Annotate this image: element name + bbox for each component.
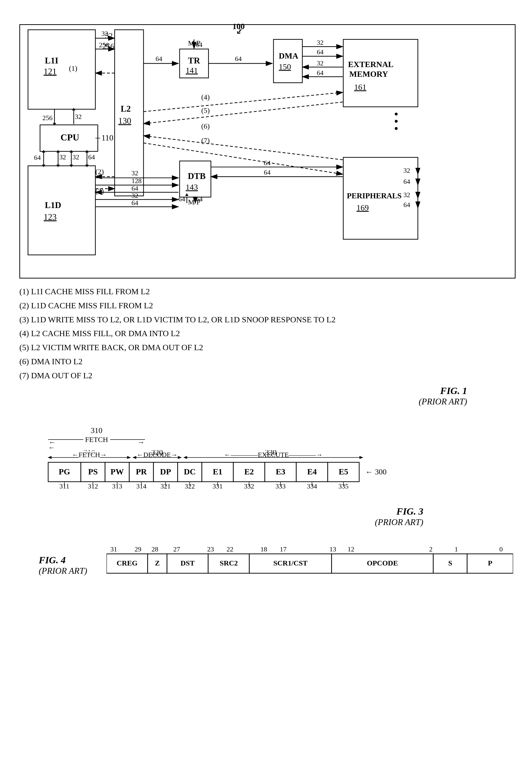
svg-text:SRC2: SRC2 [220,559,238,567]
svg-rect-20 [28,166,95,255]
svg-marker-64 [42,165,45,167]
svg-text:64: 64 [196,41,203,48]
svg-text:DMA: DMA [279,51,298,60]
svg-text:32: 32 [131,169,138,177]
svg-text:128: 128 [131,177,142,184]
svg-point-55 [395,120,398,123]
svg-line-111 [144,92,343,112]
svg-text:M/P: M/P [188,198,200,206]
svg-text:(4): (4) [201,93,210,101]
svg-text:32: 32 [403,191,410,199]
fig3-phase-labels: 310 FETCH ← ←→ [48,426,435,450]
svg-text:PERIPHERALS: PERIPHERALS [347,191,402,200]
legend-item-2: (2) L1D CACHE MISS FILL FROM L2 [19,298,516,313]
fig3-subtitle: (PRIOR ART) [36,517,423,527]
svg-text:64: 64 [196,195,203,203]
svg-text:32: 32 [101,30,108,37]
fetch-ref: 310 [48,426,145,435]
svg-text:CPU: CPU [61,132,79,142]
svg-text:64: 64 [131,199,138,206]
svg-text:27: 27 [173,547,180,553]
fig1-title: FIG. 1 [19,385,467,397]
legend-item-1: (1) L1I CACHE MISS FILL FROM L2 [19,284,516,298]
svg-text:32: 32 [75,113,82,120]
svg-text:DP: DP [160,467,171,476]
svg-text:(6): (6) [201,122,210,130]
svg-rect-13 [274,39,302,83]
svg-text:64: 64 [178,195,185,203]
svg-text:L1D: L1D [45,200,61,210]
svg-text:64: 64 [317,69,324,76]
legend-item-5: (5) L2 VICTIM WRITE BACK, OR DMA OUT OF … [19,340,516,354]
svg-text:←DECODE→: ←DECODE→ [137,451,178,459]
svg-text:←FETCH→: ←FETCH→ [72,451,107,459]
svg-marker-58 [53,123,56,126]
fig4-section: FIG. 4 (PRIOR ART) 31 29 28 27 23 22 18 … [39,547,523,584]
svg-text:130: 130 [118,116,131,126]
svg-text:64: 64 [317,48,324,56]
fig1-subtitle: (PRIOR ART) [19,397,467,407]
svg-text:(5): (5) [201,106,210,115]
svg-text:0: 0 [499,547,503,553]
svg-marker-68 [56,165,60,167]
svg-rect-16 [343,39,418,107]
svg-text:2: 2 [429,547,433,553]
legend-item-3: (3) L1D WRITE MISS TO L2, OR L1D VICTIM … [19,313,516,327]
svg-text:32: 32 [317,59,324,67]
svg-rect-0 [28,30,95,109]
svg-text:OPCODE: OPCODE [367,559,398,567]
svg-text:S: S [448,559,452,567]
fig3-title-block: FIG. 3 (PRIOR ART) [36,506,423,527]
svg-marker-60 [72,108,76,110]
svg-text:32: 32 [105,31,113,40]
svg-text:(1): (1) [69,64,77,72]
svg-text:32: 32 [403,167,410,174]
svg-text:SCR1/CST: SCR1/CST [273,559,308,567]
svg-text:143: 143 [186,183,198,191]
fig1-legend: (1) L1I CACHE MISS FILL FROM L2 (2) L1D … [19,284,516,382]
legend-item-6: (6) DMA INTO L2 [19,354,516,368]
svg-text:32: 32 [131,192,138,199]
svg-text:32: 32 [73,153,79,161]
svg-text:150: 150 [279,62,291,71]
svg-marker-76 [85,165,89,167]
svg-rect-23 [180,161,211,197]
svg-text:EXTERNAL: EXTERNAL [348,60,394,69]
fig4-subtitle: (PRIOR ART) [39,566,97,576]
svg-text:DST: DST [181,559,195,567]
svg-marker-77 [85,150,89,153]
svg-text:DC: DC [184,467,196,476]
svg-text:E2: E2 [244,467,254,476]
svg-text:E5: E5 [339,467,348,476]
svg-text:Z: Z [155,559,160,567]
svg-line-113 [144,102,343,123]
svg-text:(7): (7) [201,136,210,145]
svg-text:256: 256 [99,41,109,49]
svg-text:121: 121 [44,67,57,76]
svg-point-54 [395,113,398,115]
svg-text:123: 123 [44,212,57,222]
fig3-title: FIG. 3 [36,506,423,517]
svg-text:PS: PS [88,467,98,476]
svg-text:18: 18 [260,547,267,553]
svg-text:L2: L2 [121,104,131,114]
svg-text:64: 64 [88,153,95,161]
svg-text:PG: PG [59,467,70,476]
svg-text:MEMORY: MEMORY [349,69,388,78]
legend-item-4: (4) L2 CACHE MISS FILL, OR DMA INTO L2 [19,326,516,340]
fig4-title-block: FIG. 4 (PRIOR ART) [39,554,97,576]
svg-text:TR: TR [188,56,200,65]
svg-text:M/P: M/P [188,39,200,47]
svg-text:PR: PR [136,467,147,476]
svg-text:64: 64 [264,168,271,176]
legend-item-7: (7) DMA OUT OF L2 [19,368,516,382]
svg-text:1: 1 [455,547,458,553]
svg-text:12: 12 [348,547,354,553]
svg-text:(3): (3) [95,187,104,195]
svg-rect-3 [115,30,144,196]
svg-text:CREG: CREG [117,559,138,567]
fig3-svg: 310 ▓▓▓▓ ←FETCH→ 320 ←DECODE→ 330 ←————E… [36,450,472,504]
svg-text:64: 64 [264,159,271,167]
svg-text:17: 17 [280,547,287,553]
svg-text:32: 32 [59,153,66,161]
